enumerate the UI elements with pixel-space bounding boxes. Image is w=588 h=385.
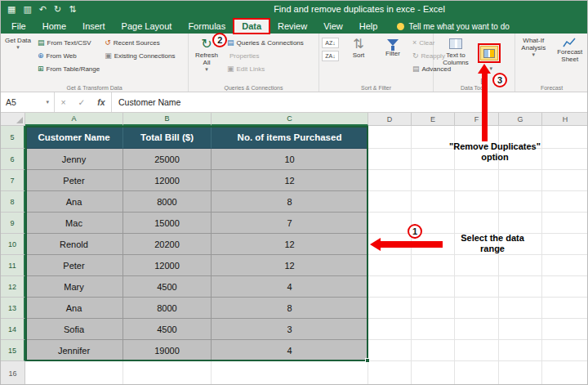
insert-function-icon[interactable]: fx [97,97,105,107]
cell[interactable] [542,361,588,385]
cell[interactable] [455,298,499,319]
sort-button[interactable]: ⇅ Sort [344,35,373,60]
cell-bill[interactable]: 25000 [123,149,212,170]
cell-items[interactable]: 8 [212,298,368,319]
cell-items[interactable]: 10 [212,149,368,170]
tab-formulas[interactable]: Formulas [180,19,234,34]
cell-name[interactable]: Jenny [25,149,123,170]
get-data-button[interactable]: Get Data ▾ [3,35,33,52]
cell[interactable] [542,319,588,340]
cell[interactable] [499,361,542,385]
cell[interactable] [455,213,499,234]
cell[interactable] [542,213,588,234]
text-to-columns-button[interactable]: Text to Columns [436,35,475,68]
cell-name[interactable]: Renold [25,234,123,255]
cell-name[interactable]: Peter [25,170,123,191]
formula-input[interactable]: Customer Name [112,92,587,112]
cell[interactable] [412,170,455,191]
column-header-a[interactable]: A [25,113,123,126]
cell[interactable] [368,319,412,340]
cell-name[interactable]: Mac [25,213,123,234]
cell[interactable] [368,361,412,385]
cell[interactable] [542,340,588,361]
select-all-button[interactable] [1,113,25,126]
cell[interactable] [368,276,412,298]
sort-icon[interactable]: ⇅ [69,3,76,15]
row-header[interactable]: 14 [1,319,25,340]
cell-bill[interactable]: 12000 [123,170,212,191]
cell-bill[interactable]: 12000 [123,255,212,276]
cell-name[interactable]: Mary [25,276,123,298]
cell[interactable] [499,340,542,361]
cell[interactable] [499,276,542,298]
cell-name[interactable]: Jennifer [25,340,123,361]
cell-items[interactable]: 3 [212,319,368,340]
cell-bill[interactable]: 15000 [123,213,212,234]
cell[interactable] [368,255,412,276]
cell[interactable] [542,276,588,298]
cell[interactable] [542,298,588,319]
cell[interactable] [499,170,542,191]
tab-home[interactable]: Home [34,19,74,34]
column-header-b[interactable]: B [123,113,212,126]
cell[interactable] [455,276,499,298]
column-header-g[interactable]: G [499,113,542,126]
cell[interactable] [542,191,588,213]
cell[interactable] [455,170,499,191]
cell[interactable] [455,255,499,276]
row-header[interactable]: 16 [1,361,25,385]
cell-items[interactable]: 12 [212,170,368,191]
row-header[interactable]: 11 [1,255,25,276]
cell[interactable] [412,276,455,298]
tab-review[interactable]: Review [270,19,315,34]
cell-name[interactable]: Ana [25,191,123,213]
cell[interactable] [412,191,455,213]
remove-duplicates-button[interactable] [480,46,498,60]
cell[interactable] [499,255,542,276]
cell[interactable] [368,126,412,149]
tab-view[interactable]: View [315,19,351,34]
row-header[interactable]: 13 [1,298,25,319]
cell-name[interactable]: Sofia [25,319,123,340]
cell[interactable] [123,361,212,385]
column-header-h[interactable]: H [542,113,588,126]
cell-items[interactable]: 8 [212,191,368,213]
cell[interactable] [368,340,412,361]
cell-items[interactable]: 12 [212,255,368,276]
cell-bill[interactable]: 4500 [123,276,212,298]
table-header-total-bill[interactable]: Total Bill ($) [123,126,212,149]
cell[interactable] [368,149,412,170]
cell-items[interactable]: 7 [212,213,368,234]
column-header-d[interactable]: D [368,113,412,126]
column-header-e[interactable]: E [412,113,455,126]
cell[interactable] [499,319,542,340]
row-header[interactable]: 15 [1,340,25,361]
row-header[interactable]: 12 [1,276,25,298]
cell-bill[interactable]: 4500 [123,319,212,340]
tab-insert[interactable]: Insert [74,19,114,34]
tab-data[interactable]: Data 2 [234,19,270,34]
cell-items[interactable]: 12 [212,234,368,255]
cell[interactable] [212,361,368,385]
cell[interactable] [368,191,412,213]
enter-icon[interactable]: ✓ [78,97,85,107]
from-web-button[interactable]: ⊕ From Web [38,51,100,61]
what-if-analysis-button[interactable]: What-If Analysis ▾ [518,35,550,60]
tab-page-layout[interactable]: Page Layout [114,19,180,34]
cell[interactable] [542,234,588,255]
sort-descending-button[interactable]: ZA↓ [322,51,339,61]
existing-connections-button[interactable]: ▣ Existing Connections [105,51,175,61]
cell[interactable] [25,361,123,385]
row-header[interactable]: 8 [1,191,25,213]
cell[interactable] [499,191,542,213]
cell[interactable] [368,298,412,319]
cell[interactable] [368,170,412,191]
cell[interactable] [412,319,455,340]
cell[interactable] [499,298,542,319]
cell[interactable] [542,255,588,276]
tab-file[interactable]: File [3,19,34,34]
cell[interactable] [368,213,412,234]
undo-icon[interactable]: ↶ [39,3,47,15]
cell[interactable] [412,255,455,276]
from-text-csv-button[interactable]: ▤ From Text/CSV [38,38,100,48]
